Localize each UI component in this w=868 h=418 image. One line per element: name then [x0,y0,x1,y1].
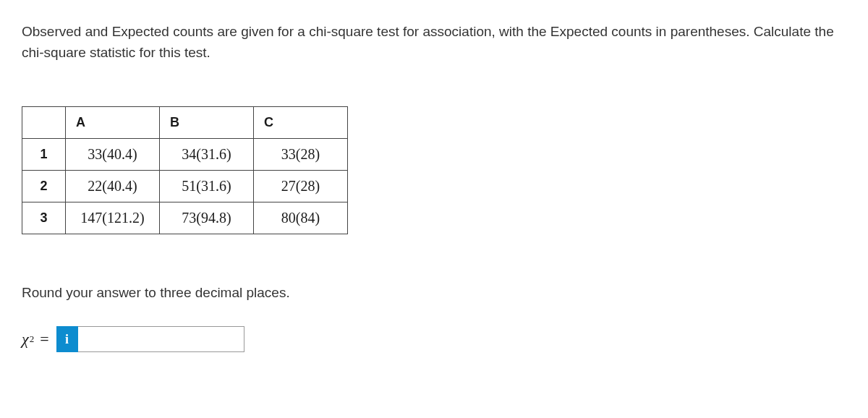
chi-square-label: χ2 = [22,330,49,349]
row-header-2: 2 [22,171,66,202]
row-header-3: 3 [22,202,66,234]
cell-3b: 73(94.8) [160,202,254,234]
col-header-a: A [66,107,160,139]
rounding-instructions: Round your answer to three decimal place… [22,285,846,301]
equals-sign: = [40,330,48,349]
question-prompt: Observed and Expected counts are given f… [22,22,846,63]
cell-2a: 22(40.4) [66,171,160,202]
chi-symbol: χ [22,330,29,349]
cell-3a: 147(121.2) [66,202,160,234]
table-row: 2 22(40.4) 51(31.6) 27(28) [22,171,348,202]
cell-1a: 33(40.4) [66,139,160,171]
exponent: 2 [30,333,35,345]
table-row: 1 33(40.4) 34(31.6) 33(28) [22,139,348,171]
cell-2c: 27(28) [254,171,348,202]
row-header-1: 1 [22,139,66,171]
cell-3c: 80(84) [254,202,348,234]
cell-1c: 33(28) [254,139,348,171]
answer-row: χ2 = i [22,326,846,352]
col-header-c: C [254,107,348,139]
contingency-table: A B C 1 33(40.4) 34(31.6) 33(28) 2 22(40… [22,106,348,234]
table-row: 3 147(121.2) 73(94.8) 80(84) [22,202,348,234]
cell-2b: 51(31.6) [160,171,254,202]
col-header-b: B [160,107,254,139]
info-icon[interactable]: i [56,326,78,352]
table-corner [22,107,66,139]
answer-input-group: i [56,326,244,352]
cell-1b: 34(31.6) [160,139,254,171]
chi-square-input[interactable] [78,326,244,352]
